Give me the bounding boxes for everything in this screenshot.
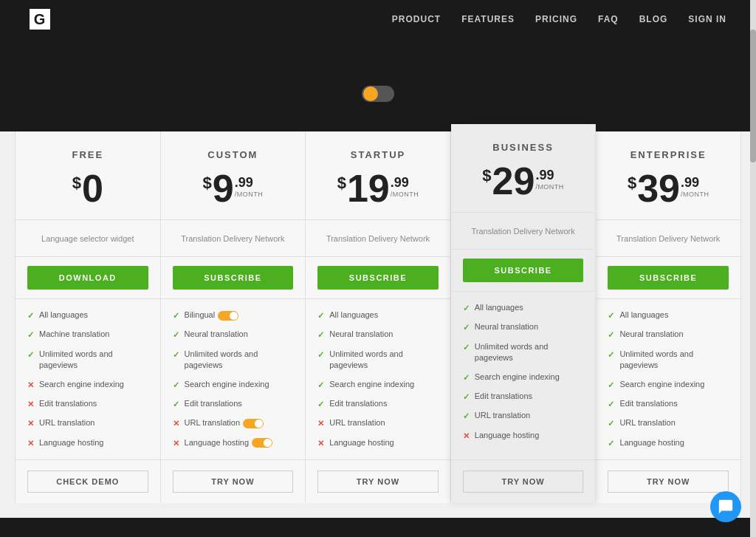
price-period: /MONTH — [235, 191, 264, 198]
plan-cta-button[interactable]: SUBSCRIBE — [463, 259, 584, 282]
billing-toggle[interactable] — [15, 86, 741, 102]
feature-item: ✓ Bilingual — [173, 309, 294, 321]
check-icon: ✓ — [463, 372, 470, 383]
feature-item: ✓ Search engine indexing — [173, 379, 294, 391]
feature-item: ✕ Edit translations — [27, 398, 148, 410]
plan-startup: STARTUP $ 19 .99 /MONTH Translation Deli… — [306, 131, 451, 503]
feature-item: ✕ Language hosting — [463, 430, 584, 442]
logo[interactable]: G — [30, 9, 52, 30]
plan-network: Translation Delivery Network — [596, 220, 740, 257]
feature-item: ✓ Edit translations — [463, 391, 584, 403]
check-icon: ✓ — [317, 399, 324, 410]
plan-footer-button[interactable]: TRY NOW — [317, 471, 439, 493]
price-dollar: $ — [337, 174, 346, 193]
feature-item: ✓ Neural translation — [463, 321, 584, 333]
plan-cta-button[interactable]: DOWNLOAD — [27, 266, 148, 290]
plan-cta-button[interactable]: SUBSCRIBE — [173, 266, 294, 290]
scrollbar-thumb[interactable] — [750, 30, 756, 163]
navigation: G PRODUCTFEATURESPRICINGFAQBLOGSIGN IN — [0, 0, 756, 38]
check-icon: ✓ — [317, 310, 324, 321]
feature-text: Language hosting — [475, 430, 584, 441]
billing-toggle-track[interactable] — [362, 86, 394, 102]
feature-text: Search engine indexing — [619, 379, 729, 390]
plan-header: ENTERPRISE $ 39 .99 /MONTH — [596, 131, 740, 220]
check-icon: ✓ — [608, 329, 614, 341]
nav-sign-in[interactable]: SIGN IN — [688, 14, 726, 24]
plan-footer-button[interactable]: TRY NOW — [608, 471, 729, 493]
logo-g: G — [30, 9, 50, 30]
plan-custom: CUSTOM $ 9 .99 /MONTH Translation Delive… — [161, 131, 306, 503]
check-icon: ✓ — [173, 399, 179, 410]
cross-icon: ✕ — [27, 418, 34, 429]
feature-text: All languages — [329, 309, 439, 321]
check-icon: ✓ — [463, 303, 470, 314]
plan-footer: TRY NOW — [306, 459, 450, 503]
pricing-section: FREE $ 0 Language selector widget DOWNLO… — [0, 131, 756, 518]
feature-item: ✓ Unlimited words and pageviews — [27, 349, 148, 372]
scrollbar-track[interactable] — [750, 0, 756, 537]
feature-text: Unlimited words and pageviews — [619, 349, 729, 372]
price-dollar: $ — [628, 174, 636, 193]
plan-cta-button[interactable]: SUBSCRIBE — [608, 266, 729, 290]
feature-text: Search engine indexing — [39, 379, 148, 390]
plan-features: ✓ All languages ✓ Neural translation ✓ U… — [451, 292, 596, 452]
plan-features: ✓ Bilingual ✓ Neural translation ✓ Unlim… — [161, 299, 306, 459]
nav-pricing[interactable]: PRICING — [535, 14, 577, 24]
billing-toggle-knob — [363, 86, 378, 101]
nav-features[interactable]: FEATURES — [461, 14, 515, 24]
feature-badge — [252, 438, 272, 448]
plan-cta: SUBSCRIBE — [306, 257, 450, 299]
feature-text: Language hosting — [39, 437, 148, 448]
feature-text: URL translation — [185, 417, 294, 428]
feature-item: ✕ URL translation — [27, 417, 148, 429]
price-decimal: .99 — [391, 175, 409, 191]
plan-cta-button[interactable]: SUBSCRIBE — [317, 266, 439, 290]
check-icon: ✓ — [317, 349, 324, 360]
cross-icon: ✕ — [173, 438, 179, 449]
feature-text: Language hosting — [185, 437, 294, 448]
nav-product[interactable]: PRODUCT — [392, 14, 441, 24]
plan-footer-button[interactable]: TRY NOW — [173, 471, 294, 493]
plan-footer-button[interactable]: CHECK DEMO — [27, 471, 148, 493]
hero-section — [0, 38, 756, 131]
plan-enterprise: ENTERPRISE $ 39 .99 /MONTH Translation D… — [596, 131, 741, 503]
feature-item: ✓ All languages — [463, 302, 584, 314]
price-amount: 29 — [492, 162, 535, 200]
plan-header: FREE $ 0 — [16, 131, 160, 220]
feature-item: ✕ Language hosting — [173, 437, 294, 449]
plan-name: ENTERPRISE — [608, 149, 729, 160]
plan-footer-button[interactable]: TRY NOW — [463, 471, 584, 493]
feature-text: URL translation — [39, 417, 148, 428]
plan-footer: TRY NOW — [451, 459, 596, 503]
check-icon: ✓ — [317, 329, 324, 341]
price-period: /MONTH — [681, 191, 709, 198]
feature-text: Unlimited words and pageviews — [475, 341, 584, 364]
plan-cta: SUBSCRIBE — [451, 250, 596, 292]
feature-text: Search engine indexing — [185, 379, 294, 390]
nav-faq[interactable]: FAQ — [598, 14, 619, 24]
feature-item: ✓ Neural translation — [608, 329, 729, 341]
plan-header: CUSTOM $ 9 .99 /MONTH — [161, 131, 306, 220]
nav-blog[interactable]: BLOG — [639, 14, 668, 24]
plan-price: $ 9 .99 /MONTH — [173, 169, 294, 208]
feature-text: Neural translation — [329, 329, 439, 340]
feature-text: URL translation — [475, 410, 584, 421]
plan-name: FREE — [27, 149, 148, 160]
feature-text: Search engine indexing — [329, 379, 439, 390]
plan-name: BUSINESS — [463, 142, 584, 153]
chat-widget[interactable] — [710, 491, 741, 522]
feature-text: Edit translations — [475, 391, 584, 402]
feature-text: Unlimited words and pageviews — [39, 349, 148, 372]
price-amount: 9 — [213, 169, 234, 208]
feature-text: Neural translation — [475, 321, 584, 332]
cross-icon: ✕ — [463, 431, 470, 442]
check-icon: ✓ — [608, 399, 614, 410]
feature-text: Edit translations — [619, 398, 729, 409]
check-icon: ✓ — [608, 418, 614, 429]
price-amount: 0 — [82, 169, 103, 208]
feature-item: ✕ Search engine indexing — [27, 379, 148, 391]
plan-network: Translation Delivery Network — [161, 220, 306, 257]
feature-item: ✕ URL translation — [317, 417, 439, 429]
check-icon: ✓ — [463, 391, 470, 403]
plans-container: FREE $ 0 Language selector widget DOWNLO… — [15, 131, 741, 503]
